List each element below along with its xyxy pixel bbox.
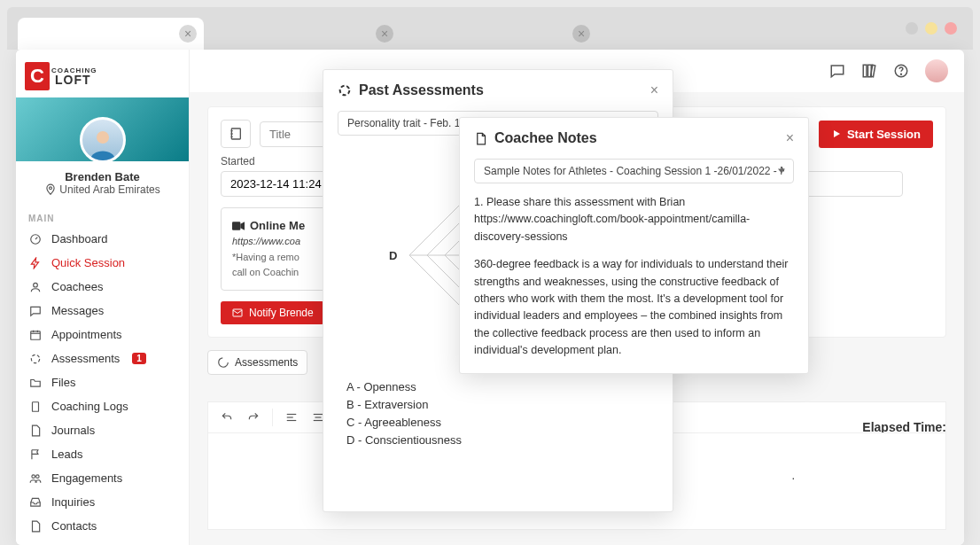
notify-button[interactable]: Notify Brende [221,301,324,324]
start-session-label: Start Session [847,128,921,141]
svg-rect-9 [33,401,39,411]
inbox-icon [28,496,43,509]
assessments-pill-label: Assessments [235,356,298,369]
browser-tab-inactive[interactable]: × [411,18,597,50]
sidebar-item-inquiries[interactable]: Inquiries [16,490,189,514]
svg-point-11 [36,474,40,478]
loader-icon [28,353,43,365]
sidebar-item-files[interactable]: Files [16,370,189,394]
sidebar-item-quick-session[interactable]: Quick Session [16,251,189,275]
logo-text: LOFT [55,74,97,86]
coachee-notes-title: Coachee Notes [494,130,597,146]
video-icon [232,222,245,230]
file-icon [28,520,43,533]
browser-tab-active[interactable]: × [18,18,204,50]
sidebar-item-appointments[interactable]: Appointments [16,323,189,346]
svg-rect-16 [231,128,240,139]
svg-point-22 [219,358,229,368]
sidebar-item-coaching-logs[interactable]: Coaching Logs [16,394,189,418]
sidebar-item-label: Coaching Logs [51,400,128,413]
bolt-icon [28,257,43,269]
svg-point-0 [97,131,109,144]
user-icon [28,281,43,293]
legend-item: D - Conscientiousness [346,432,658,449]
topbar [813,50,964,92]
sidebar-item-contacts[interactable]: Contacts [16,514,189,538]
svg-point-10 [32,474,35,478]
sidebar-item-messages[interactable]: Messages [16,299,189,323]
svg-rect-4 [31,331,41,339]
sidebar-item-engagements[interactable]: Engagements [16,466,189,490]
location-pin-icon [44,183,57,196]
user-avatar[interactable] [925,59,948,82]
close-tab-icon[interactable]: × [572,25,590,43]
svg-rect-12 [863,65,867,77]
file-icon [28,424,43,437]
notes-icon-button[interactable] [221,120,251,148]
traffic-light-dot [945,22,957,35]
profile-cover [16,97,189,161]
avatar[interactable] [80,117,126,163]
loader-icon [217,356,229,369]
assessments-pill[interactable]: Assessments [207,350,307,375]
badge: 1 [132,353,146,364]
envelope-icon [231,308,244,318]
sidebar-section-header: MAIN [16,201,189,227]
help-icon[interactable] [893,63,909,79]
profile-location-text: United Arab Emirates [59,183,159,196]
past-assessments-title: Past Assessments [359,82,484,98]
sidebar-item-label: Appointments [51,328,122,341]
close-icon[interactable]: × [650,82,658,98]
window-controls [906,22,957,35]
close-tab-icon[interactable]: × [376,25,393,43]
browser-tab-bar: × × × [7,7,973,50]
sidebar-item-label: Quick Session [51,256,125,269]
browser-tab-inactive[interactable]: × [214,18,401,50]
sidebar-item-label: Coachees [51,280,104,293]
sidebar-item-assessments[interactable]: Assessments1 [16,346,189,370]
chat-icon[interactable] [829,63,845,79]
notes-select[interactable]: Sample Notes for Athletes - Coaching Ses… [474,159,794,183]
loader-icon [338,83,352,97]
start-session-button[interactable]: Start Session [819,121,933,148]
profile-name: Brenden Bate [21,170,183,183]
message-icon [28,305,43,317]
close-tab-icon[interactable]: × [179,25,197,43]
library-icon[interactable] [861,63,877,79]
legend-item: B - Extraversion [346,396,658,414]
sidebar-item-label: Inquiries [51,495,95,509]
svg-point-15 [901,74,902,74]
tablet-icon [28,401,43,413]
redo-button[interactable] [242,408,265,427]
notify-button-label: Notify Brende [249,307,314,319]
sidebar-item-journals[interactable]: Journals [16,418,189,442]
speedometer-icon [28,233,43,245]
sidebar-item-label: Journals [51,424,95,437]
sidebar-item-dashboard[interactable]: Dashboard [16,227,189,251]
align-left-button[interactable] [280,408,303,427]
sidebar-item-label: Engagements [51,471,122,485]
traffic-light-dot [906,22,918,35]
sidebar: C COACHING LOFT Brenden Bate United Arab… [16,50,190,545]
logo-mark: C [25,62,50,90]
sidebar-item-label: Contacts [51,519,97,533]
folder-icon [28,377,43,389]
note-paragraph: 1. Please share this assessment with Bri… [474,194,794,245]
sidebar-item-label: Dashboard [51,232,108,245]
svg-point-33 [340,86,350,96]
close-icon[interactable]: × [786,130,794,146]
note-paragraph: 360-degree feedback is a way for individ… [474,256,794,359]
traffic-light-dot [925,22,937,35]
editor-cursor: . [791,469,795,482]
axis-label-d: D [389,249,397,262]
undo-button[interactable] [215,408,238,427]
toolbar-divider [272,409,273,426]
sidebar-item-leads[interactable]: Leads [16,442,189,466]
coachee-notes-modal: Coachee Notes × Sample Notes for Athlete… [459,117,809,374]
sidebar-item-label: Assessments [51,352,120,365]
sidebar-item-label: Leads [51,448,82,461]
legend-item: C - Agreeableness [346,414,658,432]
svg-rect-20 [232,222,240,230]
sidebar-item-coachees[interactable]: Coachees [16,275,189,299]
profile-location: United Arab Emirates [21,183,183,196]
